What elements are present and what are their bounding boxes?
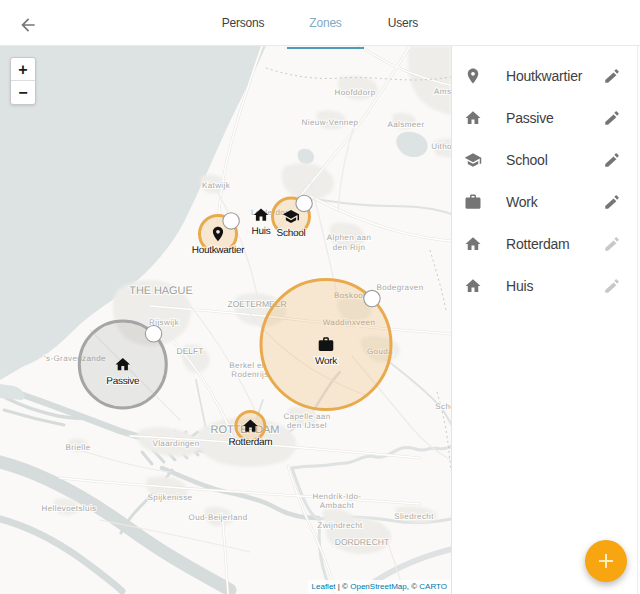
map-label-brielle: Brielle	[65, 443, 90, 452]
arrow-back-icon	[18, 15, 38, 35]
map-label-aalsmeer: Aalsmeer	[388, 120, 425, 129]
carto-link[interactable]: CARTO	[419, 582, 447, 591]
tab-bar: PersonsZonesUsers	[205, 0, 436, 45]
tab-label: Persons	[222, 16, 265, 30]
zone-map-label: Houtkwartier	[192, 245, 245, 256]
edit-icon	[603, 151, 621, 169]
school-icon	[464, 151, 482, 169]
zone-resize-handle[interactable]	[364, 290, 380, 306]
map-label-hendrik-ido-: Hendrik-Ido-	[313, 492, 362, 501]
zone-name: Rotterdam	[506, 236, 570, 252]
home-icon	[464, 235, 482, 253]
map-zone-passive[interactable]: Passive	[79, 321, 166, 408]
copyright-symbol: , ©	[407, 582, 420, 591]
zone-name: Huis	[506, 278, 533, 294]
zone-sidebar: HoutkwartierPassiveSchoolWorkRotterdamHu…	[452, 46, 640, 594]
map-label-zwijndrecht: Zwijndrecht	[317, 521, 363, 530]
edit-icon	[603, 235, 621, 253]
zone-resize-handle[interactable]	[223, 213, 239, 229]
work-icon	[464, 193, 482, 211]
map-label-alphen-aan: Alphen aan	[327, 233, 371, 242]
zone-map-label: School	[277, 228, 306, 239]
zone-resize-handle[interactable]	[145, 326, 161, 342]
zoom-in-button[interactable]: +	[11, 58, 35, 81]
map-label-den-ijssel: den IJssel	[287, 421, 327, 430]
map-label-amstelveen: Amstelveen	[434, 87, 451, 96]
edit-icon	[603, 67, 621, 85]
map-label-the-hague: THE HAGUE	[129, 285, 192, 297]
place-icon	[464, 67, 482, 85]
home-icon	[464, 109, 482, 127]
zone-list-item-houtkwartier[interactable]: Houtkwartier	[452, 55, 640, 97]
app: PersonsZonesUsers	[0, 0, 640, 594]
zone-list-item-rotterdam[interactable]: Rotterdam	[452, 223, 640, 265]
map-label-hellevoetsluis: Hellevoetsluis	[42, 504, 97, 513]
zone-name: Passive	[506, 110, 554, 126]
active-tab-underline	[287, 47, 364, 49]
map-label-rodenrijs: Rodenrijs	[231, 370, 268, 379]
map-label-sliedrecht: Sliedrecht	[394, 512, 434, 521]
map-label-uithoorn: Uithoorn	[431, 142, 451, 151]
place-icon	[464, 67, 482, 85]
edit-icon	[603, 109, 621, 127]
map[interactable]: HoofddorpAmstelveenNieuw-VennepAalsmeerU…	[0, 46, 452, 594]
zone-map-label: Rotterdam	[228, 437, 272, 448]
map-label-schoonhoven: Schoonhoven	[435, 402, 451, 411]
back-button[interactable]	[18, 15, 38, 35]
home-icon	[464, 277, 482, 295]
scrollbar-track	[637, 46, 638, 594]
map-zoom-control: + −	[10, 57, 36, 105]
tab-users[interactable]: Users	[370, 0, 436, 45]
tab-persons[interactable]: Persons	[205, 0, 281, 45]
map-canvas: HoofddorpAmstelveenNieuw-VennepAalsmeerU…	[0, 46, 451, 594]
work-icon	[464, 193, 482, 211]
leaflet-link[interactable]: Leaflet	[312, 582, 336, 591]
tab-zones[interactable]: Zones	[287, 0, 364, 45]
edit-zone-button[interactable]	[602, 108, 622, 128]
zone-name: School	[506, 152, 548, 168]
home-icon	[464, 235, 482, 253]
map-label-oud-beijerland: Oud-Beijerland	[189, 513, 248, 522]
map-label-katwijk: Katwijk	[202, 181, 231, 190]
home-icon	[464, 109, 482, 127]
tab-label: Zones	[309, 16, 341, 30]
top-bar: PersonsZonesUsers	[0, 0, 640, 46]
edit-icon	[603, 277, 621, 295]
map-label-den-rijn: den Rijn	[333, 243, 366, 252]
edit-zone-button[interactable]	[602, 150, 622, 170]
zone-list-item-school[interactable]: School	[452, 139, 640, 181]
zone-name: Work	[506, 194, 538, 210]
zone-list-item-work[interactable]: Work	[452, 181, 640, 223]
zone-name: Houtkwartier	[506, 68, 582, 84]
home-icon	[464, 277, 482, 295]
add-zone-fab[interactable]	[585, 540, 627, 582]
school-icon	[464, 151, 482, 169]
map-label-hoofddorp: Hoofddorp	[335, 88, 376, 97]
map-zone-work[interactable]: Work	[261, 280, 391, 410]
map-label-nieuw-vennep: Nieuw-Vennep	[302, 118, 359, 127]
zoom-out-button[interactable]: −	[11, 81, 35, 104]
map-label-delft: DELFT	[177, 346, 204, 356]
zone-resize-handle[interactable]	[296, 195, 312, 211]
edit-zone-button[interactable]	[602, 276, 622, 296]
zone-map-label: Work	[315, 356, 338, 367]
tab-label: Users	[388, 16, 418, 30]
map-label-dordrecht: DORDRECHT	[335, 537, 389, 547]
edit-zone-button[interactable]	[602, 192, 622, 212]
map-label-capelle-aan: Capelle aan	[283, 412, 330, 421]
zone-list-item-huis[interactable]: Huis	[452, 265, 640, 307]
map-label-spijkenisse: Spijkenisse	[148, 493, 193, 502]
zone-map-label: Passive	[106, 376, 140, 387]
edit-zone-button[interactable]	[602, 66, 622, 86]
map-label-ambacht: Ambacht	[320, 501, 355, 510]
zone-list-item-passive[interactable]: Passive	[452, 97, 640, 139]
openstreetmap-link[interactable]: OpenStreetMap	[350, 582, 406, 591]
plus-icon	[594, 549, 618, 573]
edit-zone-button[interactable]	[602, 234, 622, 254]
zone-list: HoutkwartierPassiveSchoolWorkRotterdamHu…	[452, 46, 640, 307]
map-label-vlaardingen: Vlaardingen	[152, 439, 199, 448]
map-attribution: Leaflet | © OpenStreetMap, © CARTO	[308, 580, 451, 594]
map-label-berkel-en: Berkel en	[229, 361, 266, 370]
edit-icon	[603, 193, 621, 211]
map-label-bodegraven: Bodegraven	[376, 283, 423, 292]
